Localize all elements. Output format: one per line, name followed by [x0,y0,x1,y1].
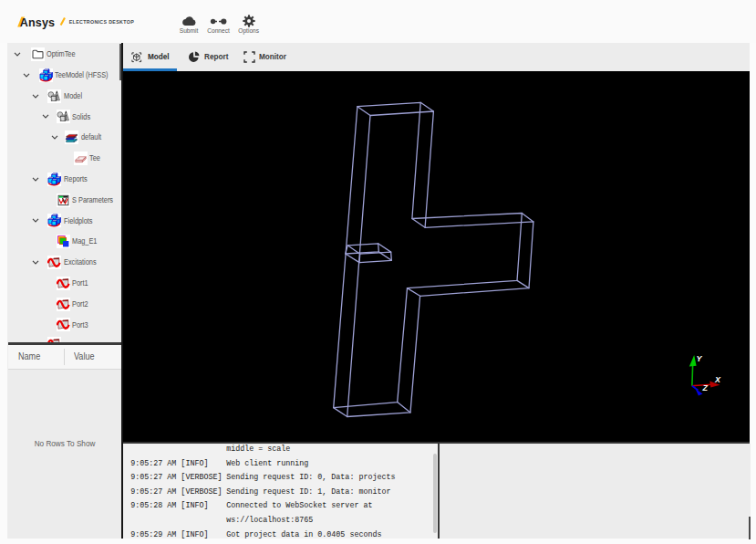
svg-text:X: X [714,375,721,384]
svg-text:Y: Y [697,354,703,363]
svg-text:Z: Z [702,383,709,392]
svg-text:Ansys: Ansys [20,16,55,29]
